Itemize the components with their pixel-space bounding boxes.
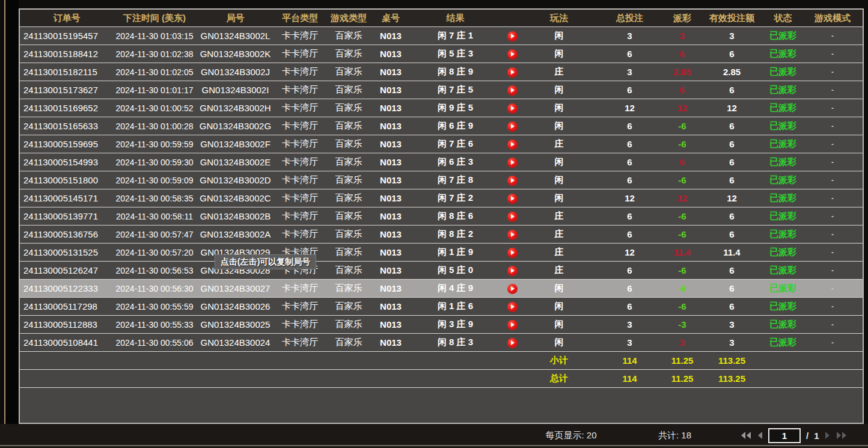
table-row[interactable]: 2411300151821152024-11-30 01:02:05GN0132… [20,63,863,81]
col-header-payout: 派彩 [664,13,700,24]
round-cell[interactable]: GN01324B3002C [195,193,275,203]
col-header-valid-bet: 有效投注额 [700,13,763,24]
play-cell: 闲 [523,337,595,348]
page-separator: / [806,431,808,441]
play-icon[interactable] [507,176,518,186]
play-icon[interactable] [507,212,518,222]
play-icon[interactable] [507,67,518,78]
play-icon[interactable] [507,49,518,60]
play-icon[interactable] [507,85,518,96]
play-icon-cell[interactable] [502,265,523,276]
table-row[interactable]: 2411300051397712024-11-30 00:58:11GN0132… [20,207,863,226]
table-row[interactable]: 2411300151656332024-11-30 01:00:28GN0132… [20,117,863,135]
play-icon[interactable] [507,284,518,294]
valid-bet-cell: 6 [700,121,763,131]
valid-bet-cell: 2.85 [700,67,763,77]
table-row[interactable]: 2411300051451712024-11-30 00:58:35GN0132… [20,189,863,207]
round-cell[interactable]: GN01324B3002A [195,229,275,239]
play-icon[interactable] [507,338,518,348]
total-bet-cell: 3 [595,67,664,77]
first-page-button[interactable] [741,431,751,440]
platform-cell: 卡卡湾厅 [275,174,325,186]
round-cell[interactable]: GN01324B3002L [195,31,275,41]
play-icon[interactable] [507,302,518,312]
result-cell: 闲 8 庄 6 [409,210,502,222]
round-cell[interactable]: GN01324B30024 [195,337,275,348]
round-cell[interactable]: GN01324B3002I [195,85,275,95]
play-icon-cell[interactable] [502,247,523,258]
per-page-label: 每页显示: 20 [523,424,619,447]
table-row[interactable]: 2411300051367562024-11-30 00:57:47GN0132… [20,226,863,244]
valid-bet-cell: 6 [700,175,763,185]
play-icon[interactable] [507,194,518,204]
round-cell[interactable]: GN01324B3002F [195,139,275,149]
play-icon-cell[interactable] [502,210,523,222]
table-cell: N013 [373,229,409,239]
status-cell: 已派彩 [763,301,802,312]
play-icon-cell[interactable] [502,48,523,60]
round-cell[interactable]: GN01324B3002B [195,211,275,221]
table-row[interactable]: 2411300051262472024-11-30 00:56:53GN0132… [20,262,863,280]
round-cell[interactable]: GN01324B3002J [195,67,275,77]
play-cell: 闲 [523,283,595,294]
result-cell: 闲 1 庄 6 [409,301,502,312]
play-icon-cell[interactable] [502,84,523,96]
table-row[interactable]: 2411300051172982024-11-30 00:55:59GN0132… [20,298,863,316]
play-icon-cell[interactable] [502,66,523,78]
play-icon[interactable] [507,121,518,132]
play-icon-cell[interactable] [502,283,523,294]
table-row[interactable]: 2411300151696522024-11-30 01:00:52GN0132… [20,99,863,117]
play-icon-cell[interactable] [502,301,523,312]
table-row[interactable]: 2411300051549932024-11-30 00:59:30GN0132… [20,153,863,171]
table-row[interactable]: 2411300051084412024-11-30 00:55:06GN0132… [20,334,863,352]
round-cell[interactable]: GN01324B3002E [195,157,275,167]
platform-cell: 卡卡湾厅 [275,210,325,222]
round-cell[interactable]: GN01324B30025 [195,319,275,330]
play-icon-cell[interactable] [502,120,523,132]
col-header-table: 桌号 [373,13,409,24]
play-icon[interactable] [507,266,518,276]
play-icon-cell[interactable] [502,174,523,186]
table-row[interactable]: 2411300051128832024-11-30 00:55:33GN0132… [20,316,863,334]
page-input[interactable] [768,428,801,443]
table-row[interactable]: 2411300151736272024-11-30 01:01:17GN0132… [20,81,863,99]
play-icon[interactable] [507,230,518,240]
play-icon[interactable] [507,158,518,168]
time-cell: 2024-11-30 01:02:38 [114,49,195,59]
play-icon[interactable] [507,103,518,114]
status-cell: 已派彩 [763,210,802,222]
table-row[interactable]: 2411300051315252024-11-30 00:57:20GN0132… [20,244,863,262]
round-cell[interactable]: GN01324B3002H [195,103,275,113]
round-cell[interactable]: GN01324B30027 [195,283,275,293]
play-icon-cell[interactable] [502,156,523,168]
order-cell: 241130005136756 [20,229,114,239]
play-icon-cell[interactable] [502,30,523,41]
play-icon[interactable] [507,140,518,150]
table-cell: N013 [373,85,409,95]
next-page-button[interactable] [825,431,831,440]
prev-page-button[interactable] [757,431,763,440]
round-cell[interactable]: GN01324B3002D [195,175,275,185]
table-row[interactable]: 2411300051518002024-11-30 00:59:09GN0132… [20,171,863,189]
round-cell[interactable]: GN01324B3002G [195,121,275,131]
play-icon-cell[interactable] [502,138,523,150]
round-cell[interactable]: GN01324B30026 [195,301,275,311]
play-cell: 闲 [523,30,595,41]
last-page-button[interactable] [836,431,847,440]
table-row[interactable]: 2411300151954572024-11-30 01:03:15GN0132… [20,27,863,45]
play-icon[interactable] [507,31,518,41]
round-cell[interactable]: GN01324B3002K [195,49,275,59]
table-row[interactable]: 2411300051223332024-11-30 00:56:30GN0132… [20,280,863,298]
play-icon[interactable] [507,320,518,330]
play-icon-cell[interactable] [502,192,523,204]
result-cell: 闲 6 庄 9 [409,120,502,132]
table-row[interactable]: 2411300151884122024-11-30 01:02:38GN0132… [20,45,863,63]
play-icon[interactable] [507,248,518,258]
table-cell: N013 [373,49,409,59]
play-icon-cell[interactable] [502,229,523,240]
game-type-cell: 百家乐 [325,30,373,41]
play-icon-cell[interactable] [502,337,523,348]
play-icon-cell[interactable] [502,319,523,330]
table-row[interactable]: 2411300051596952024-11-30 00:59:59GN0132… [20,135,863,153]
play-icon-cell[interactable] [502,102,523,114]
